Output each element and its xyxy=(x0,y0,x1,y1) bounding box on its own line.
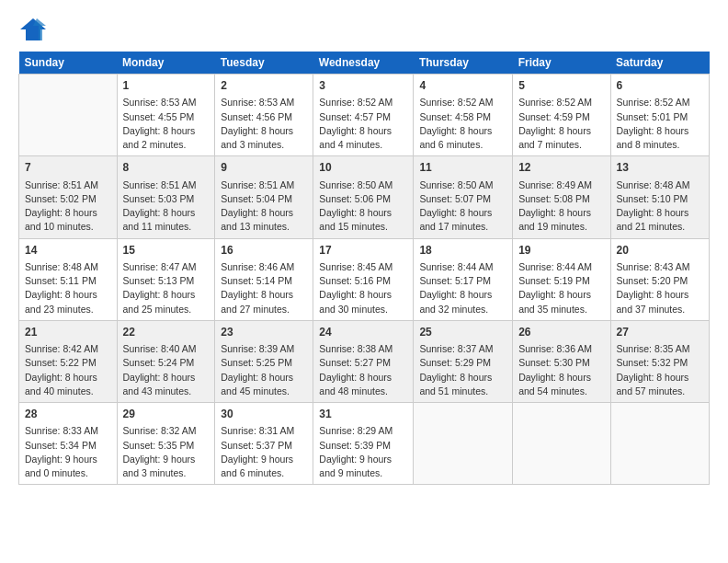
calendar-cell: 3Sunrise: 8:52 AM Sunset: 4:57 PM Daylig… xyxy=(313,75,414,156)
day-number: 13 xyxy=(617,160,703,176)
calendar-cell: 12Sunrise: 8:49 AM Sunset: 5:08 PM Dayli… xyxy=(513,156,610,238)
day-number: 23 xyxy=(221,325,307,340)
calendar-cell: 26Sunrise: 8:36 AM Sunset: 5:30 PM Dayli… xyxy=(513,320,610,402)
day-header-saturday: Saturday xyxy=(610,52,709,75)
calendar-cell xyxy=(414,403,513,485)
day-header-thursday: Thursday xyxy=(414,52,513,75)
day-number: 10 xyxy=(319,160,407,176)
calendar-cell: 25Sunrise: 8:37 AM Sunset: 5:29 PM Dayli… xyxy=(414,320,513,402)
day-number: 24 xyxy=(319,325,407,340)
day-info: Sunrise: 8:50 AM Sunset: 5:06 PM Dayligh… xyxy=(319,178,407,235)
day-header-sunday: Sunday xyxy=(19,52,118,75)
day-info: Sunrise: 8:53 AM Sunset: 4:55 PM Dayligh… xyxy=(123,96,210,152)
calendar-cell: 20Sunrise: 8:43 AM Sunset: 5:20 PM Dayli… xyxy=(610,238,709,320)
calendar-cell: 4Sunrise: 8:52 AM Sunset: 4:58 PM Daylig… xyxy=(414,75,513,156)
calendar-week-row: 14Sunrise: 8:48 AM Sunset: 5:11 PM Dayli… xyxy=(19,238,710,320)
day-number: 5 xyxy=(518,78,604,94)
day-number: 7 xyxy=(25,160,111,176)
calendar-cell: 6Sunrise: 8:52 AM Sunset: 5:01 PM Daylig… xyxy=(610,75,709,156)
day-info: Sunrise: 8:37 AM Sunset: 5:29 PM Dayligh… xyxy=(419,342,506,398)
calendar-cell xyxy=(610,403,709,485)
calendar-cell: 5Sunrise: 8:52 AM Sunset: 4:59 PM Daylig… xyxy=(513,75,610,156)
day-number: 25 xyxy=(419,325,506,340)
day-number: 26 xyxy=(518,325,604,340)
day-number: 11 xyxy=(419,160,506,176)
day-info: Sunrise: 8:52 AM Sunset: 4:57 PM Dayligh… xyxy=(319,96,407,152)
day-header-monday: Monday xyxy=(117,52,215,75)
day-info: Sunrise: 8:50 AM Sunset: 5:07 PM Dayligh… xyxy=(419,178,506,235)
calendar-cell: 14Sunrise: 8:48 AM Sunset: 5:11 PM Dayli… xyxy=(19,238,118,320)
calendar-week-row: 21Sunrise: 8:42 AM Sunset: 5:22 PM Dayli… xyxy=(19,320,710,402)
calendar-cell: 29Sunrise: 8:32 AM Sunset: 5:35 PM Dayli… xyxy=(117,403,215,485)
calendar-cell: 16Sunrise: 8:46 AM Sunset: 5:14 PM Dayli… xyxy=(215,238,313,320)
day-info: Sunrise: 8:48 AM Sunset: 5:10 PM Dayligh… xyxy=(617,178,703,235)
day-info: Sunrise: 8:39 AM Sunset: 5:25 PM Dayligh… xyxy=(221,342,307,398)
day-info: Sunrise: 8:53 AM Sunset: 4:56 PM Dayligh… xyxy=(221,96,307,152)
calendar-cell: 1Sunrise: 8:53 AM Sunset: 4:55 PM Daylig… xyxy=(117,75,215,156)
calendar-cell: 21Sunrise: 8:42 AM Sunset: 5:22 PM Dayli… xyxy=(19,320,118,402)
day-number: 4 xyxy=(419,78,506,94)
day-info: Sunrise: 8:36 AM Sunset: 5:30 PM Dayligh… xyxy=(518,342,604,398)
day-info: Sunrise: 8:51 AM Sunset: 5:02 PM Dayligh… xyxy=(25,178,111,235)
day-number: 12 xyxy=(518,160,604,176)
calendar-cell: 7Sunrise: 8:51 AM Sunset: 5:02 PM Daylig… xyxy=(19,156,118,238)
day-number: 3 xyxy=(319,78,407,94)
day-info: Sunrise: 8:47 AM Sunset: 5:13 PM Dayligh… xyxy=(123,260,210,316)
logo-icon xyxy=(18,17,48,42)
day-info: Sunrise: 8:44 AM Sunset: 5:17 PM Dayligh… xyxy=(419,260,506,316)
day-number: 31 xyxy=(319,407,407,422)
calendar-table: SundayMondayTuesdayWednesdayThursdayFrid… xyxy=(18,52,710,485)
calendar-cell: 17Sunrise: 8:45 AM Sunset: 5:16 PM Dayli… xyxy=(313,238,414,320)
day-number: 22 xyxy=(123,325,210,340)
calendar-cell: 23Sunrise: 8:39 AM Sunset: 5:25 PM Dayli… xyxy=(215,320,313,402)
day-info: Sunrise: 8:29 AM Sunset: 5:39 PM Dayligh… xyxy=(319,424,407,480)
calendar-cell: 19Sunrise: 8:44 AM Sunset: 5:19 PM Dayli… xyxy=(513,238,610,320)
calendar-cell: 18Sunrise: 8:44 AM Sunset: 5:17 PM Dayli… xyxy=(414,238,513,320)
day-number: 21 xyxy=(25,325,111,340)
day-info: Sunrise: 8:52 AM Sunset: 4:59 PM Dayligh… xyxy=(518,96,604,152)
calendar-cell xyxy=(513,403,610,485)
day-number: 20 xyxy=(617,243,703,259)
day-number: 9 xyxy=(221,160,307,176)
calendar-week-row: 28Sunrise: 8:33 AM Sunset: 5:34 PM Dayli… xyxy=(19,403,710,485)
calendar-cell xyxy=(19,75,118,156)
day-info: Sunrise: 8:51 AM Sunset: 5:03 PM Dayligh… xyxy=(123,178,210,235)
day-info: Sunrise: 8:52 AM Sunset: 4:58 PM Dayligh… xyxy=(419,96,506,152)
day-info: Sunrise: 8:38 AM Sunset: 5:27 PM Dayligh… xyxy=(319,342,407,398)
calendar-week-row: 1Sunrise: 8:53 AM Sunset: 4:55 PM Daylig… xyxy=(19,75,710,156)
calendar-cell: 10Sunrise: 8:50 AM Sunset: 5:06 PM Dayli… xyxy=(313,156,414,238)
logo xyxy=(18,17,51,42)
day-number: 15 xyxy=(123,243,210,259)
calendar-week-row: 7Sunrise: 8:51 AM Sunset: 5:02 PM Daylig… xyxy=(19,156,710,238)
calendar-cell: 31Sunrise: 8:29 AM Sunset: 5:39 PM Dayli… xyxy=(313,403,414,485)
day-number: 1 xyxy=(123,78,210,94)
calendar-cell: 30Sunrise: 8:31 AM Sunset: 5:37 PM Dayli… xyxy=(215,403,313,485)
day-number: 2 xyxy=(221,78,307,94)
day-info: Sunrise: 8:51 AM Sunset: 5:04 PM Dayligh… xyxy=(221,178,307,235)
day-number: 27 xyxy=(617,325,703,340)
day-number: 17 xyxy=(319,243,407,259)
day-info: Sunrise: 8:44 AM Sunset: 5:19 PM Dayligh… xyxy=(518,260,604,316)
calendar-cell: 27Sunrise: 8:35 AM Sunset: 5:32 PM Dayli… xyxy=(610,320,709,402)
day-info: Sunrise: 8:40 AM Sunset: 5:24 PM Dayligh… xyxy=(123,342,210,398)
day-header-friday: Friday xyxy=(513,52,610,75)
day-info: Sunrise: 8:52 AM Sunset: 5:01 PM Dayligh… xyxy=(617,96,703,152)
day-info: Sunrise: 8:45 AM Sunset: 5:16 PM Dayligh… xyxy=(319,260,407,316)
calendar-cell: 9Sunrise: 8:51 AM Sunset: 5:04 PM Daylig… xyxy=(215,156,313,238)
calendar-cell: 8Sunrise: 8:51 AM Sunset: 5:03 PM Daylig… xyxy=(117,156,215,238)
day-info: Sunrise: 8:42 AM Sunset: 5:22 PM Dayligh… xyxy=(25,342,111,398)
day-info: Sunrise: 8:43 AM Sunset: 5:20 PM Dayligh… xyxy=(617,260,703,316)
day-number: 6 xyxy=(617,78,703,94)
day-header-tuesday: Tuesday xyxy=(215,52,313,75)
day-info: Sunrise: 8:31 AM Sunset: 5:37 PM Dayligh… xyxy=(221,424,307,480)
day-number: 29 xyxy=(123,407,210,422)
page: SundayMondayTuesdayWednesdayThursdayFrid… xyxy=(0,0,728,563)
day-info: Sunrise: 8:46 AM Sunset: 5:14 PM Dayligh… xyxy=(221,260,307,316)
day-number: 30 xyxy=(221,407,307,422)
calendar-cell: 28Sunrise: 8:33 AM Sunset: 5:34 PM Dayli… xyxy=(19,403,118,485)
calendar-cell: 2Sunrise: 8:53 AM Sunset: 4:56 PM Daylig… xyxy=(215,75,313,156)
day-info: Sunrise: 8:33 AM Sunset: 5:34 PM Dayligh… xyxy=(25,424,111,480)
calendar-cell: 13Sunrise: 8:48 AM Sunset: 5:10 PM Dayli… xyxy=(610,156,709,238)
day-info: Sunrise: 8:48 AM Sunset: 5:11 PM Dayligh… xyxy=(25,260,111,316)
calendar-cell: 11Sunrise: 8:50 AM Sunset: 5:07 PM Dayli… xyxy=(414,156,513,238)
